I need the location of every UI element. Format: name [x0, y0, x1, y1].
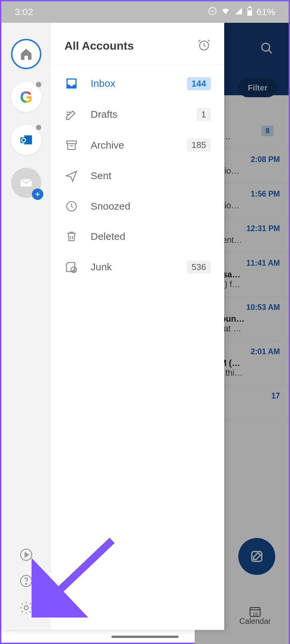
play-icon[interactable]	[19, 548, 33, 563]
folder-count: 536	[187, 261, 211, 274]
folder-archive[interactable]: Archive 185	[51, 130, 224, 160]
battery-percentage: 61%	[256, 7, 275, 17]
folder-deleted[interactable]: Deleted	[51, 221, 224, 252]
battery-icon	[247, 6, 252, 18]
wifi-icon	[221, 6, 230, 18]
svg-point-18	[26, 583, 27, 584]
inbox-icon	[64, 77, 79, 90]
drafts-icon	[64, 108, 79, 121]
folder-label: Archive	[91, 140, 175, 151]
account-outlook[interactable]	[11, 125, 41, 155]
folder-junk[interactable]: Junk 536	[51, 252, 224, 282]
junk-icon	[64, 260, 79, 274]
folder-drafts[interactable]: Drafts 1	[51, 99, 224, 130]
folder-panel: All Accounts Inbox 144 Drafts 1	[51, 23, 224, 630]
folder-count: 144	[187, 77, 211, 90]
folder-count: 1	[197, 108, 211, 121]
status-bar: 3:02 61%	[1, 1, 289, 23]
settings-icon[interactable]	[19, 600, 34, 616]
folder-list: Inbox 144 Drafts 1 Archive 185 Sent	[51, 64, 224, 282]
alarm-icon[interactable]	[197, 38, 211, 53]
navigation-drawer: G All Accounts	[1, 23, 224, 630]
account-rail: G	[1, 23, 51, 630]
folder-label: Inbox	[91, 78, 175, 89]
status-time: 3:02	[15, 7, 33, 17]
sent-icon	[64, 169, 79, 182]
signal-icon	[234, 7, 243, 18]
svg-point-19	[24, 606, 28, 610]
snoozed-icon	[64, 200, 79, 213]
dnd-icon	[208, 7, 217, 18]
folder-count: 185	[187, 139, 211, 152]
folder-inbox[interactable]: Inbox 144	[51, 68, 224, 99]
folder-label: Sent	[91, 170, 211, 181]
add-account-button[interactable]	[11, 168, 41, 198]
folder-label: Junk	[91, 261, 175, 273]
svg-rect-8	[248, 10, 252, 15]
home-indicator[interactable]	[111, 636, 179, 638]
folder-label: Snoozed	[91, 201, 211, 212]
folder-snoozed[interactable]: Snoozed	[51, 191, 224, 221]
folder-label: Deleted	[91, 231, 211, 242]
trash-icon	[64, 230, 79, 243]
help-icon[interactable]	[19, 574, 33, 589]
folder-label: Drafts	[91, 109, 185, 120]
svg-rect-9	[249, 6, 251, 7]
account-home[interactable]	[11, 39, 41, 69]
archive-icon	[64, 139, 79, 152]
account-google[interactable]: G	[11, 82, 41, 112]
drawer-title: All Accounts	[64, 39, 134, 52]
folder-sent[interactable]: Sent	[51, 160, 224, 191]
svg-rect-21	[67, 141, 77, 144]
